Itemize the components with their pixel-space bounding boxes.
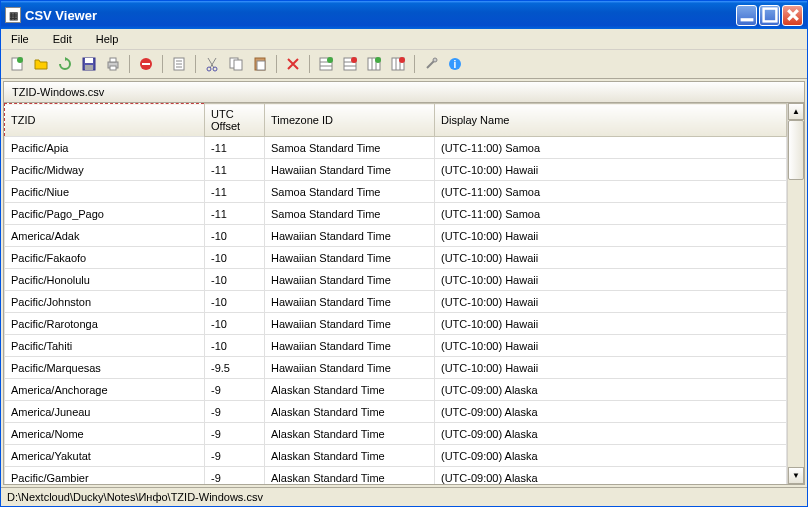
save-button[interactable] bbox=[79, 54, 99, 74]
table-cell[interactable]: Pacific/Rarotonga bbox=[5, 313, 205, 335]
table-cell[interactable]: -10 bbox=[205, 291, 265, 313]
table-cell[interactable]: -10 bbox=[205, 335, 265, 357]
table-cell[interactable]: Hawaiian Standard Time bbox=[265, 247, 435, 269]
table-cell[interactable]: America/Yakutat bbox=[5, 445, 205, 467]
table-cell[interactable]: -11 bbox=[205, 159, 265, 181]
table-cell[interactable]: -9.5 bbox=[205, 357, 265, 379]
cut-button[interactable] bbox=[202, 54, 222, 74]
table-cell[interactable]: (UTC-10:00) Hawaii bbox=[435, 247, 787, 269]
table-cell[interactable]: (UTC-11:00) Samoa bbox=[435, 203, 787, 225]
paste-button[interactable] bbox=[250, 54, 270, 74]
table-cell[interactable]: -9 bbox=[205, 445, 265, 467]
column-header[interactable]: UTC Offset bbox=[205, 104, 265, 137]
table-row[interactable]: Pacific/Midway-11Hawaiian Standard Time(… bbox=[5, 159, 787, 181]
table-cell[interactable]: (UTC-10:00) Hawaii bbox=[435, 357, 787, 379]
delete-button[interactable] bbox=[136, 54, 156, 74]
scroll-thumb[interactable] bbox=[788, 120, 804, 180]
table-cell[interactable]: -11 bbox=[205, 203, 265, 225]
table-cell[interactable]: Hawaiian Standard Time bbox=[265, 313, 435, 335]
table-cell[interactable]: Pacific/Fakaofo bbox=[5, 247, 205, 269]
table-cell[interactable]: Alaskan Standard Time bbox=[265, 467, 435, 485]
table-cell[interactable]: (UTC-10:00) Hawaii bbox=[435, 313, 787, 335]
table-cell[interactable]: (UTC-09:00) Alaska bbox=[435, 445, 787, 467]
vertical-scrollbar[interactable]: ▲ ▼ bbox=[787, 103, 804, 484]
remove-column-button[interactable] bbox=[388, 54, 408, 74]
table-cell[interactable]: Alaskan Standard Time bbox=[265, 423, 435, 445]
table-row[interactable]: Pacific/Gambier-9Alaskan Standard Time(U… bbox=[5, 467, 787, 485]
scroll-down-button[interactable]: ▼ bbox=[788, 467, 804, 484]
column-header[interactable]: Display Name bbox=[435, 104, 787, 137]
table-cell[interactable]: (UTC-10:00) Hawaii bbox=[435, 269, 787, 291]
file-tab[interactable]: TZID-Windows.csv bbox=[4, 82, 804, 103]
maximize-button[interactable] bbox=[759, 5, 780, 26]
table-row[interactable]: Pacific/Marquesas-9.5Hawaiian Standard T… bbox=[5, 357, 787, 379]
menu-file[interactable]: File bbox=[5, 31, 35, 47]
table-row[interactable]: Pacific/Apia-11Samoa Standard Time(UTC-1… bbox=[5, 137, 787, 159]
menu-help[interactable]: Help bbox=[90, 31, 125, 47]
table-row[interactable]: Pacific/Rarotonga-10Hawaiian Standard Ti… bbox=[5, 313, 787, 335]
copy-button[interactable] bbox=[226, 54, 246, 74]
table-row[interactable]: Pacific/Fakaofo-10Hawaiian Standard Time… bbox=[5, 247, 787, 269]
table-cell[interactable]: Alaskan Standard Time bbox=[265, 379, 435, 401]
table-row[interactable]: Pacific/Tahiti-10Hawaiian Standard Time(… bbox=[5, 335, 787, 357]
table-cell[interactable]: (UTC-09:00) Alaska bbox=[435, 467, 787, 485]
table-row[interactable]: Pacific/Honolulu-10Hawaiian Standard Tim… bbox=[5, 269, 787, 291]
table-cell[interactable]: (UTC-11:00) Samoa bbox=[435, 137, 787, 159]
table-cell[interactable]: -10 bbox=[205, 313, 265, 335]
table-row[interactable]: America/Adak-10Hawaiian Standard Time(UT… bbox=[5, 225, 787, 247]
table-cell[interactable]: Pacific/Pago_Pago bbox=[5, 203, 205, 225]
table-cell[interactable]: (UTC-09:00) Alaska bbox=[435, 401, 787, 423]
table-cell[interactable]: Pacific/Tahiti bbox=[5, 335, 205, 357]
table-row[interactable]: America/Nome-9Alaskan Standard Time(UTC-… bbox=[5, 423, 787, 445]
table-cell[interactable]: Alaskan Standard Time bbox=[265, 401, 435, 423]
table-cell[interactable]: Hawaiian Standard Time bbox=[265, 269, 435, 291]
table-cell[interactable]: (UTC-09:00) Alaska bbox=[435, 423, 787, 445]
table-cell[interactable]: Hawaiian Standard Time bbox=[265, 291, 435, 313]
settings-button[interactable] bbox=[421, 54, 441, 74]
table-cell[interactable]: -10 bbox=[205, 269, 265, 291]
table-cell[interactable]: Hawaiian Standard Time bbox=[265, 225, 435, 247]
about-button[interactable]: i bbox=[445, 54, 465, 74]
properties-button[interactable] bbox=[169, 54, 189, 74]
close-button[interactable] bbox=[782, 5, 803, 26]
column-header[interactable]: Timezone ID bbox=[265, 104, 435, 137]
table-cell[interactable]: -11 bbox=[205, 181, 265, 203]
table-row[interactable]: Pacific/Niue-11Samoa Standard Time(UTC-1… bbox=[5, 181, 787, 203]
menu-edit[interactable]: Edit bbox=[47, 31, 78, 47]
table-cell[interactable]: Samoa Standard Time bbox=[265, 137, 435, 159]
table-cell[interactable]: Hawaiian Standard Time bbox=[265, 159, 435, 181]
table-cell[interactable]: Pacific/Midway bbox=[5, 159, 205, 181]
table-cell[interactable]: -10 bbox=[205, 225, 265, 247]
table-cell[interactable]: -9 bbox=[205, 401, 265, 423]
table-cell[interactable]: Hawaiian Standard Time bbox=[265, 357, 435, 379]
table-cell[interactable]: America/Anchorage bbox=[5, 379, 205, 401]
table-cell[interactable]: Hawaiian Standard Time bbox=[265, 335, 435, 357]
titlebar[interactable]: ▦ CSV Viewer bbox=[1, 1, 807, 29]
scroll-up-button[interactable]: ▲ bbox=[788, 103, 804, 120]
column-header[interactable]: TZID bbox=[5, 104, 205, 137]
table-cell[interactable]: (UTC-09:00) Alaska bbox=[435, 379, 787, 401]
table-cell[interactable]: Pacific/Gambier bbox=[5, 467, 205, 485]
table-cell[interactable]: Pacific/Johnston bbox=[5, 291, 205, 313]
new-button[interactable] bbox=[7, 54, 27, 74]
table-cell[interactable]: (UTC-10:00) Hawaii bbox=[435, 335, 787, 357]
table-row[interactable]: America/Juneau-9Alaskan Standard Time(UT… bbox=[5, 401, 787, 423]
insert-row-button[interactable] bbox=[316, 54, 336, 74]
table-cell[interactable]: Pacific/Niue bbox=[5, 181, 205, 203]
table-cell[interactable]: Samoa Standard Time bbox=[265, 181, 435, 203]
table-cell[interactable]: Pacific/Honolulu bbox=[5, 269, 205, 291]
table-cell[interactable]: Pacific/Apia bbox=[5, 137, 205, 159]
table-cell[interactable]: (UTC-11:00) Samoa bbox=[435, 181, 787, 203]
delete-row-button[interactable] bbox=[283, 54, 303, 74]
table-cell[interactable]: America/Juneau bbox=[5, 401, 205, 423]
table-row[interactable]: Pacific/Johnston-10Hawaiian Standard Tim… bbox=[5, 291, 787, 313]
refresh-button[interactable] bbox=[55, 54, 75, 74]
open-button[interactable] bbox=[31, 54, 51, 74]
table-cell[interactable]: Samoa Standard Time bbox=[265, 203, 435, 225]
table-cell[interactable]: (UTC-10:00) Hawaii bbox=[435, 291, 787, 313]
scroll-track[interactable] bbox=[788, 120, 804, 467]
table-cell[interactable]: -9 bbox=[205, 467, 265, 485]
table-cell[interactable]: (UTC-10:00) Hawaii bbox=[435, 159, 787, 181]
remove-row-button[interactable] bbox=[340, 54, 360, 74]
table-scroll[interactable]: TZIDUTC OffsetTimezone IDDisplay Name Pa… bbox=[4, 103, 787, 484]
